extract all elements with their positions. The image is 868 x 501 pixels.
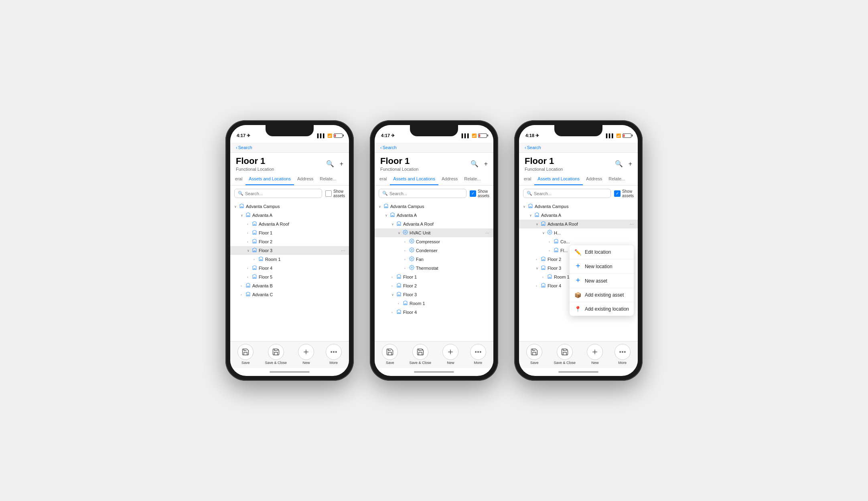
tab-0[interactable]: eral xyxy=(232,173,245,185)
dropdown-item-2[interactable]: New asset xyxy=(570,274,634,288)
tree-item-2[interactable]: ∨ Advanta A Roof ··· xyxy=(519,220,638,228)
tab-0[interactable]: eral xyxy=(521,173,534,185)
add-icon[interactable]: + xyxy=(629,160,632,168)
show-assets-toggle[interactable]: Showassets xyxy=(614,189,634,198)
tab-2[interactable]: Address xyxy=(294,173,316,185)
search-input[interactable] xyxy=(245,191,318,196)
chevron-icon: › xyxy=(247,275,251,279)
tree-item-2[interactable]: › Advanta A Roof xyxy=(230,220,349,228)
show-assets-checkbox[interactable] xyxy=(325,190,332,197)
save-close-icon[interactable] xyxy=(412,344,428,360)
add-icon[interactable]: + xyxy=(340,160,343,168)
back-button[interactable]: ‹ Search xyxy=(525,145,541,150)
search-box[interactable]: 🔍 xyxy=(379,189,466,198)
new-icon[interactable] xyxy=(298,344,314,360)
save-icon[interactable] xyxy=(526,344,542,360)
tab-0[interactable]: eral xyxy=(376,173,390,185)
tab-3[interactable]: Relate... xyxy=(605,173,628,185)
more-button[interactable]: ··· xyxy=(630,221,634,227)
tab-3[interactable]: Relate... xyxy=(316,173,339,185)
tab-3[interactable]: Relate... xyxy=(461,173,484,185)
new-action[interactable]: New xyxy=(442,344,458,365)
tree-item-11[interactable]: › Room 1 xyxy=(375,299,493,308)
add-icon[interactable]: + xyxy=(484,160,488,168)
tree-item-9[interactable]: › Advanta B xyxy=(230,281,349,290)
tree-item-7[interactable]: › Thermostat xyxy=(375,264,493,273)
tree-item-0[interactable]: ∨ Advanta Campus xyxy=(230,202,349,211)
tree-item-1[interactable]: ∨ Advanta A xyxy=(375,211,493,220)
tree-item-8[interactable]: › Floor 1 xyxy=(375,273,493,281)
dropdown-item-3[interactable]: 📦 Add existing asset xyxy=(570,288,634,302)
search-box[interactable]: 🔍 xyxy=(234,189,322,198)
tree-item-5[interactable]: › Condenser xyxy=(375,246,493,255)
show-assets-toggle[interactable]: Showassets xyxy=(470,189,489,198)
save-action[interactable]: Save xyxy=(526,344,542,365)
tree-item-3[interactable]: › Floor 1 xyxy=(230,228,349,237)
save-action[interactable]: Save xyxy=(382,344,398,365)
tree-item-9[interactable]: › Floor 2 xyxy=(375,281,493,290)
tree-item-2[interactable]: ∨ Advanta A Roof xyxy=(375,220,493,228)
more-icon[interactable] xyxy=(326,344,342,360)
save-close-action[interactable]: Save & Close xyxy=(554,344,576,365)
show-assets-checkbox[interactable] xyxy=(614,190,621,197)
tree-item-8[interactable]: › Floor 5 xyxy=(230,273,349,281)
search-box[interactable]: 🔍 xyxy=(523,189,611,198)
dropdown-item-4[interactable]: 📍 Add existing location xyxy=(570,302,634,316)
show-assets-toggle[interactable]: Showassets xyxy=(325,189,345,198)
search-input[interactable] xyxy=(534,191,607,196)
new-icon[interactable] xyxy=(442,344,458,360)
search-icon[interactable]: 🔍 xyxy=(326,160,334,168)
item-label: Advanta A xyxy=(541,213,634,218)
item-icon xyxy=(547,274,552,280)
show-assets-checkbox[interactable] xyxy=(470,190,476,197)
tree-item-0[interactable]: ∨ Advanta Campus xyxy=(519,202,638,211)
back-button[interactable]: ‹ Search xyxy=(236,145,252,150)
save-close-icon[interactable] xyxy=(557,344,573,360)
search-icon[interactable]: 🔍 xyxy=(471,160,479,168)
more-button[interactable]: ··· xyxy=(341,248,345,253)
more-action[interactable]: More xyxy=(614,344,631,365)
tree-item-10[interactable]: › Advanta C xyxy=(230,290,349,299)
save-close-action[interactable]: Save & Close xyxy=(265,344,287,365)
tree-item-4[interactable]: › Compressor xyxy=(375,237,493,246)
save-close-action[interactable]: Save & Close xyxy=(410,344,432,365)
search-input[interactable] xyxy=(389,191,463,196)
save-close-icon[interactable] xyxy=(268,344,284,360)
item-icon xyxy=(528,203,533,210)
tree-item-4[interactable]: › Floor 2 xyxy=(230,237,349,246)
save-action[interactable]: Save xyxy=(237,344,254,365)
tree-item-6[interactable]: › Fan xyxy=(375,255,493,264)
dropdown-item-1[interactable]: New location xyxy=(570,259,634,274)
dropdown-item-0[interactable]: ✏️ Edit location xyxy=(570,245,634,259)
tab-1[interactable]: Assets and Locations xyxy=(390,173,438,185)
tab-2[interactable]: Address xyxy=(438,173,461,185)
new-action[interactable]: New xyxy=(587,344,603,365)
save-icon[interactable] xyxy=(382,344,398,360)
search-icon[interactable]: 🔍 xyxy=(615,160,623,168)
tree-item-1[interactable]: ∨ Advanta A xyxy=(519,211,638,220)
more-icon[interactable] xyxy=(614,344,631,360)
more-button[interactable]: ··· xyxy=(485,230,489,236)
more-action[interactable]: More xyxy=(470,344,486,365)
more-icon[interactable] xyxy=(470,344,486,360)
new-action[interactable]: New xyxy=(298,344,314,365)
tab-1[interactable]: Assets and Locations xyxy=(534,173,583,185)
tree-item-12[interactable]: › Floor 4 xyxy=(375,308,493,317)
back-button[interactable]: ‹ Search xyxy=(380,145,397,150)
tab-1[interactable]: Assets and Locations xyxy=(245,173,294,185)
bottom-toolbar: Save Save & Close New xyxy=(230,341,349,368)
tree-item-5[interactable]: ∨ Floor 3 ··· xyxy=(230,246,349,255)
more-action[interactable]: More xyxy=(326,344,342,365)
tree-item-7[interactable]: › Floor 4 xyxy=(230,264,349,273)
item-label: Floor 3 xyxy=(403,292,489,297)
tree-item-1[interactable]: ∨ Advanta A xyxy=(230,211,349,220)
tree-item-3[interactable]: ∨ H... xyxy=(519,228,638,237)
save-icon[interactable] xyxy=(237,344,254,360)
tree-item-4[interactable]: › Co... xyxy=(519,237,638,246)
tree-item-10[interactable]: ∨ Floor 3 xyxy=(375,290,493,299)
tab-2[interactable]: Address xyxy=(583,173,605,185)
new-icon[interactable] xyxy=(587,344,603,360)
tree-item-3[interactable]: ∨ HVAC Unit ··· xyxy=(375,228,493,237)
tree-item-0[interactable]: ∨ Advanta Campus xyxy=(375,202,493,211)
tree-item-6[interactable]: › Room 1 xyxy=(230,255,349,264)
